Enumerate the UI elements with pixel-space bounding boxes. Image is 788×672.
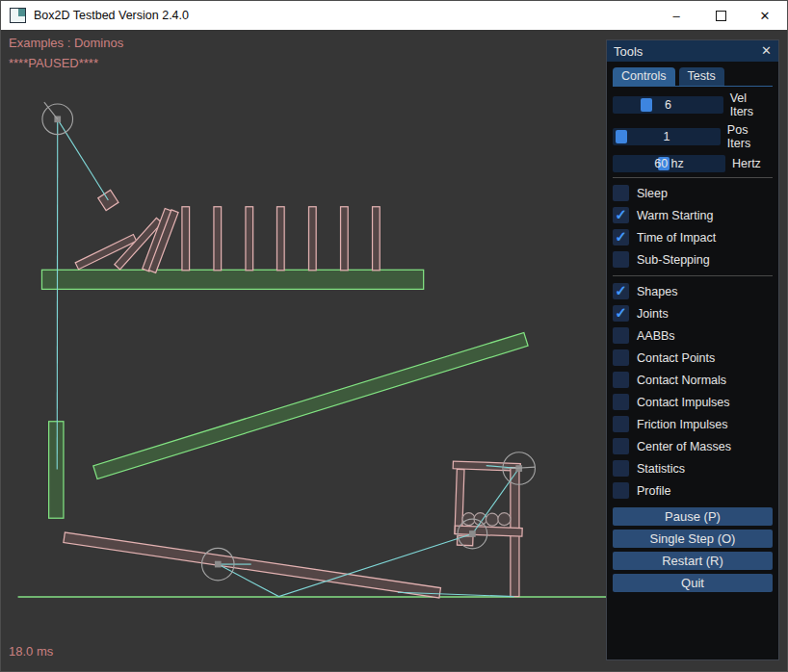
minimize-icon: – xyxy=(672,9,679,23)
domino-standing-7[interactable] xyxy=(373,207,381,271)
checkbox-row-statistics[interactable]: Statistics xyxy=(613,457,773,479)
checkmark-icon: ✓ xyxy=(615,305,627,320)
slider-label-pos-iters: Pos Iters xyxy=(727,123,773,150)
checkbox-label-statistics: Statistics xyxy=(637,462,685,476)
pillar xyxy=(49,422,64,518)
checkbox-group-1: Sleep✓Warm Starting✓Time of ImpactSub-St… xyxy=(613,177,773,275)
tab-controls[interactable]: Controls xyxy=(613,67,675,86)
checkbox-label-aabbs: AABBs xyxy=(637,329,675,343)
tab-tests[interactable]: Tests xyxy=(679,67,724,86)
slider-label-vel-iters: Vel Iters xyxy=(730,91,773,118)
slider-row-hertz: 60 hzHertz xyxy=(613,155,773,172)
domino-standing-4[interactable] xyxy=(277,207,285,271)
seesaw-plank[interactable] xyxy=(64,532,441,598)
checkbox-label-contact-impulses: Contact Impulses xyxy=(637,396,730,409)
app-window: Box2D Testbed Version 2.4.0 – ✕ Examples… xyxy=(0,0,788,672)
checkbox-label-profile: Profile xyxy=(637,484,670,498)
domino-standing-1[interactable] xyxy=(182,207,190,271)
checkbox-profile[interactable] xyxy=(613,482,629,499)
window-title: Box2D Testbed Version 2.4.0 xyxy=(34,9,189,22)
checkbox-statistics[interactable] xyxy=(613,460,629,477)
checkbox-row-joints[interactable]: ✓Joints xyxy=(613,302,773,324)
checkbox-row-sub-stepping[interactable]: Sub-Stepping xyxy=(613,248,773,271)
checkbox-label-sub-stepping: Sub-Stepping xyxy=(637,253,710,267)
close-icon: ✕ xyxy=(760,9,771,23)
example-label: Examples : Dominos xyxy=(9,36,123,50)
checkbox-label-contact-points: Contact Points xyxy=(637,351,715,365)
slider-pos-iters[interactable]: 1 xyxy=(613,128,721,145)
single-step-o-button[interactable]: Single Step (O) xyxy=(613,530,773,548)
checkbox-row-warm-starting[interactable]: ✓Warm Starting xyxy=(613,204,773,226)
maximize-icon xyxy=(716,11,726,21)
domino-standing-5[interactable] xyxy=(309,207,317,271)
checkbox-row-friction-impulses[interactable]: Friction Impulses xyxy=(613,413,773,435)
checkbox-group-2: ✓Shapes✓JointsAABBsContact PointsContact… xyxy=(613,275,773,506)
checkbox-section: Sleep✓Warm Starting✓Time of ImpactSub-St… xyxy=(613,177,773,506)
domino-platform xyxy=(41,270,423,289)
axis-line-1 xyxy=(44,102,58,119)
domino-standing-6[interactable] xyxy=(341,207,349,271)
checkbox-contact-impulses[interactable] xyxy=(613,394,629,410)
checkbox-center-of-masses[interactable] xyxy=(613,438,629,454)
button-section: Pause (P)Single Step (O)Restart (R)Quit xyxy=(613,507,773,592)
checkbox-sleep[interactable] xyxy=(613,185,629,201)
slider-vel-iters[interactable]: 6 xyxy=(613,96,723,114)
cradle-ball-4[interactable] xyxy=(498,513,511,526)
domino-standing-3[interactable] xyxy=(246,207,253,271)
checkbox-contact-points[interactable] xyxy=(613,349,629,366)
tools-panel-title: Tools xyxy=(614,44,643,59)
window-controls: – ✕ xyxy=(654,1,787,30)
slider-row-pos-iters: 1Pos Iters xyxy=(613,123,773,150)
app-icon xyxy=(10,8,26,23)
tools-panel-titlebar[interactable]: Tools ✕ xyxy=(607,40,778,62)
checkbox-label-shapes: Shapes xyxy=(637,285,677,298)
tab-bar: ControlsTests xyxy=(613,66,773,87)
checkbox-contact-normals[interactable] xyxy=(613,372,629,388)
checkbox-row-contact-impulses[interactable]: Contact Impulses xyxy=(613,391,773,413)
checkbox-label-time-of-impact: Time of Impact xyxy=(637,231,716,245)
checkbox-row-sleep[interactable]: Sleep xyxy=(613,182,773,204)
checkbox-time-of-impact[interactable]: ✓ xyxy=(613,229,629,246)
checkmark-icon: ✓ xyxy=(615,283,627,297)
checkbox-sub-stepping[interactable] xyxy=(613,251,629,268)
domino-standing-2[interactable] xyxy=(214,207,222,271)
checkbox-label-center-of-masses: Center of Masses xyxy=(637,440,731,453)
slider-label-hertz: Hertz xyxy=(732,157,761,170)
checkbox-aabbs[interactable] xyxy=(613,327,629,344)
checkbox-joints[interactable]: ✓ xyxy=(613,305,629,322)
quit-button[interactable]: Quit xyxy=(613,574,773,592)
frame-left-post[interactable] xyxy=(455,469,464,533)
tools-panel-close-button[interactable]: ✕ xyxy=(758,42,775,59)
tools-panel-body: ControlsTests 6Vel Iters1Pos Iters60 hzH… xyxy=(607,62,778,592)
checkbox-label-contact-normals: Contact Normals xyxy=(637,374,726,387)
pause-p-button[interactable]: Pause (P) xyxy=(613,507,773,526)
frame-shelf[interactable] xyxy=(455,526,522,536)
checkmark-icon: ✓ xyxy=(615,229,627,244)
frame-time-label: 18.0 ms xyxy=(9,644,53,659)
checkbox-row-profile[interactable]: Profile xyxy=(613,479,773,502)
anchor-point-3 xyxy=(469,530,476,537)
checkbox-row-time-of-impact[interactable]: ✓Time of Impact xyxy=(613,226,773,248)
minimize-button[interactable]: – xyxy=(654,1,698,30)
checkbox-row-aabbs[interactable]: AABBs xyxy=(613,324,773,347)
checkbox-shapes[interactable]: ✓ xyxy=(613,283,629,299)
os-titlebar: Box2D Testbed Version 2.4.0 – ✕ xyxy=(1,1,787,30)
slider-value-pos-iters: 1 xyxy=(613,128,721,145)
ramp xyxy=(93,332,528,478)
paused-label: ****PAUSED**** xyxy=(9,56,98,70)
restart-r-button[interactable]: Restart (R) xyxy=(613,552,773,570)
checkbox-row-center-of-masses[interactable]: Center of Masses xyxy=(613,435,773,457)
checkbox-row-contact-points[interactable]: Contact Points xyxy=(613,347,773,369)
close-button[interactable]: ✕ xyxy=(743,1,787,30)
slider-hertz[interactable]: 60 hz xyxy=(613,155,725,172)
checkbox-row-contact-normals[interactable]: Contact Normals xyxy=(613,369,773,391)
checkbox-label-friction-impulses: Friction Impulses xyxy=(637,418,727,431)
checkbox-row-shapes[interactable]: ✓Shapes xyxy=(613,280,773,302)
maximize-button[interactable] xyxy=(698,1,743,30)
checkbox-friction-impulses[interactable] xyxy=(613,416,629,432)
checkbox-label-joints: Joints xyxy=(637,307,669,321)
checkbox-label-sleep: Sleep xyxy=(637,187,668,200)
anchor-point-2 xyxy=(215,561,222,568)
checkbox-warm-starting[interactable]: ✓ xyxy=(613,207,629,223)
cradle-ball-3[interactable] xyxy=(486,513,498,526)
